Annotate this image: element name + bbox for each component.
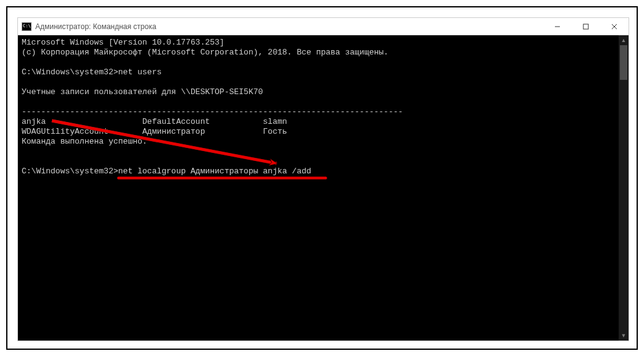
prompt-line: C:\Windows\system32>net localgroup Админ… — [22, 167, 311, 176]
cmd-icon — [22, 22, 32, 31]
prompt-line: C:\Windows\system32>net users — [22, 67, 161, 77]
vertical-scrollbar[interactable]: ▲ ▼ — [619, 35, 629, 341]
output-line: Команда выполнена успешно. — [22, 137, 147, 146]
output-line: Учетные записи пользователей для \\DESKT… — [22, 87, 263, 97]
terminal-output: Microsoft Windows [Version 10.0.17763.25… — [18, 35, 629, 179]
terminal-area[interactable]: Microsoft Windows [Version 10.0.17763.25… — [18, 35, 629, 341]
scroll-down-arrow[interactable]: ▼ — [619, 331, 629, 341]
output-line: Microsoft Windows [Version 10.0.17763.25… — [22, 38, 225, 47]
user-row: WDAGUtilityAccount Администратор Гость — [22, 127, 287, 136]
scrollbar-thumb[interactable] — [620, 45, 627, 80]
window-titlebar: Администратор: Командная строка — [18, 18, 629, 35]
close-button[interactable] — [600, 18, 629, 35]
window-title: Администратор: Командная строка — [35, 22, 157, 31]
user-row: anjka DefaultAccount slamn — [22, 117, 287, 126]
window-controls — [543, 18, 629, 35]
output-line: (c) Корпорация Майкрософт (Microsoft Cor… — [22, 48, 389, 57]
cmd-window: Администратор: Командная строка Microsof… — [17, 17, 629, 341]
screenshot-frame: Администратор: Командная строка Microsof… — [6, 6, 638, 350]
minimize-button[interactable] — [543, 18, 572, 35]
scroll-up-arrow[interactable]: ▲ — [619, 35, 629, 45]
svg-rect-1 — [583, 24, 588, 29]
output-divider: ----------------------------------------… — [22, 107, 403, 116]
maximize-button[interactable] — [572, 18, 600, 35]
